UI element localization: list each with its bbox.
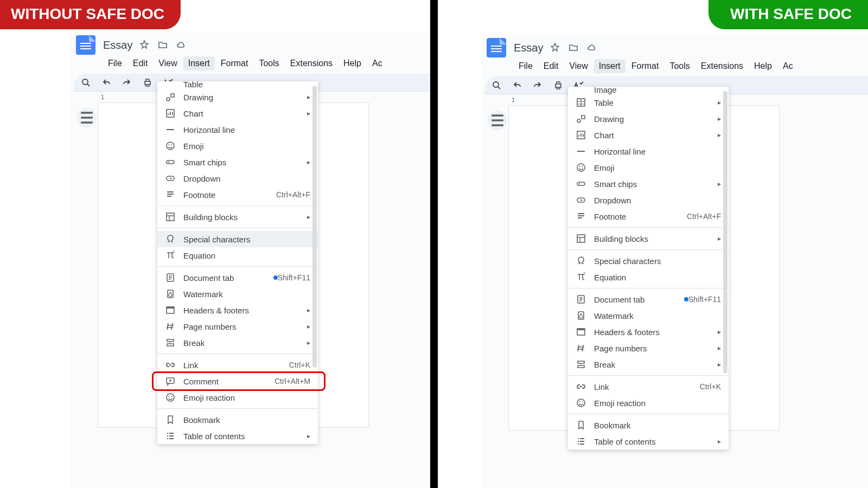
table-icon — [576, 97, 586, 108]
menu-item-emoji-reaction[interactable]: Emoji reaction — [157, 389, 318, 406]
menu-item-bookmark[interactable]: Bookmark — [157, 412, 318, 428]
menu-view[interactable]: View — [154, 56, 182, 70]
menu-item-table[interactable]: Table▸ — [568, 94, 729, 111]
document-title[interactable]: Essay — [103, 39, 132, 52]
menu-item-drawing[interactable]: Drawing▸ — [157, 89, 318, 105]
menu-tools[interactable]: Tools — [254, 56, 284, 70]
menu-item-dropdown[interactable]: Dropdown — [157, 170, 318, 187]
menu-item-break[interactable]: Break▸ — [568, 356, 729, 373]
menu-item-emoji-reaction[interactable]: Emoji reaction — [568, 395, 729, 411]
menu-item-special-characters[interactable]: Special characters — [157, 231, 318, 247]
menu-item-link[interactable]: LinkCtrl+K — [568, 378, 729, 395]
menu-item-label: Page numbers — [594, 344, 718, 353]
menu-view[interactable]: View — [564, 59, 592, 73]
break-icon — [576, 359, 586, 370]
outline-toggle-icon[interactable] — [488, 111, 507, 130]
menu-item-link[interactable]: LinkCtrl+K — [157, 357, 318, 373]
move-folder-icon[interactable] — [568, 42, 579, 53]
submenu-arrow-icon: ▸ — [718, 235, 721, 242]
menu-insert[interactable]: Insert — [594, 59, 626, 73]
menu-item-label: Page numbers — [183, 322, 307, 331]
menu-file[interactable]: File — [103, 56, 127, 70]
search-icon[interactable] — [491, 80, 502, 91]
menu-item-page-numbers[interactable]: Page numbers▸ — [157, 318, 318, 335]
menu-item-table-of-contents[interactable]: Table of contents▸ — [157, 428, 318, 444]
menu-item-table-of-contents[interactable]: Table of contents▸ — [568, 433, 729, 450]
undo-icon[interactable] — [101, 77, 112, 88]
print-icon[interactable] — [553, 80, 564, 91]
scrollbar[interactable] — [723, 91, 727, 373]
redo-icon[interactable] — [122, 77, 132, 88]
menu-bar: FileEditViewInsertFormatToolsExtensionsH… — [71, 54, 430, 74]
menu-item-label: Footnote — [183, 190, 276, 200]
menu-item-page-numbers[interactable]: Page numbers▸ — [568, 340, 729, 356]
menu-item-smart-chips[interactable]: Smart chips▸ — [157, 154, 318, 170]
outline-toggle-icon[interactable] — [77, 108, 97, 127]
menu-item-truncated[interactable]: Table — [157, 81, 318, 89]
menu-item-label: Emoji reaction — [594, 399, 721, 408]
chart-icon — [165, 108, 176, 119]
menu-file[interactable]: File — [514, 59, 538, 73]
menu-item-break[interactable]: Break▸ — [157, 335, 318, 351]
menu-item-equation[interactable]: Equation — [157, 247, 318, 264]
menu-separator — [568, 375, 729, 376]
menu-edit[interactable]: Edit — [128, 56, 153, 70]
menu-item-special-characters[interactable]: Special characters — [568, 253, 729, 269]
menu-item-drawing[interactable]: Drawing▸ — [568, 111, 729, 127]
menu-item-emoji[interactable]: Emoji — [157, 138, 318, 154]
menu-item-bookmark[interactable]: Bookmark — [568, 417, 729, 433]
star-icon[interactable] — [550, 42, 560, 53]
search-icon[interactable] — [80, 77, 91, 88]
toc-icon — [576, 436, 586, 447]
menu-item-watermark[interactable]: Watermark — [568, 307, 729, 324]
docs-logo-icon[interactable] — [487, 38, 506, 57]
menu-item-building-blocks[interactable]: Building blocks▸ — [568, 230, 729, 247]
docs-logo-icon[interactable] — [76, 35, 95, 55]
menu-item-document-tab[interactable]: Document tabShift+F11 — [157, 269, 318, 286]
menu-edit[interactable]: Edit — [539, 59, 564, 73]
omega-icon — [165, 234, 176, 245]
menu-item-headers-footers[interactable]: Headers & footers▸ — [157, 302, 318, 318]
menu-item-watermark[interactable]: Watermark — [157, 286, 318, 302]
document-title[interactable]: Essay — [514, 42, 543, 54]
star-icon[interactable] — [139, 40, 150, 50]
menu-format[interactable]: Format — [627, 59, 664, 73]
undo-icon[interactable] — [512, 80, 522, 91]
menu-item-document-tab[interactable]: Document tabShift+F11 — [568, 291, 729, 307]
menu-item-equation[interactable]: Equation — [568, 269, 729, 285]
menu-help[interactable]: Help — [749, 59, 777, 73]
menu-insert[interactable]: Insert — [183, 56, 215, 70]
menu-item-truncated[interactable]: Image — [568, 87, 729, 94]
emoji-icon — [165, 392, 176, 403]
cloud-status-icon[interactable] — [586, 42, 597, 53]
menu-format[interactable]: Format — [216, 56, 253, 70]
menu-item-horizontal-line[interactable]: Horizontal line — [568, 143, 729, 159]
menu-item-building-blocks[interactable]: Building blocks▸ — [157, 209, 318, 225]
menu-item-headers-footers[interactable]: Headers & footers▸ — [568, 324, 729, 340]
menu-item-footnote[interactable]: FootnoteCtrl+Alt+F — [157, 187, 318, 203]
cloud-status-icon[interactable] — [176, 40, 187, 50]
menu-extensions[interactable]: Extensions — [285, 56, 337, 70]
menu-item-dropdown[interactable]: Dropdown — [568, 192, 729, 208]
scrollbar[interactable] — [312, 86, 317, 368]
menu-separator — [157, 206, 318, 206]
menu-ac[interactable]: Ac — [778, 59, 798, 73]
menu-item-chart[interactable]: Chart▸ — [568, 127, 729, 143]
redo-icon[interactable] — [532, 80, 543, 91]
menu-item-footnote[interactable]: FootnoteCtrl+Alt+F — [568, 208, 729, 224]
submenu-arrow-icon: ▸ — [718, 328, 721, 336]
menu-tools[interactable]: Tools — [665, 59, 694, 73]
menu-help[interactable]: Help — [339, 56, 366, 70]
menu-item-comment[interactable]: CommentCtrl+Alt+M — [157, 373, 318, 389]
shortcut-label: Ctrl+Alt+F — [276, 190, 310, 199]
menu-item-chart[interactable]: Chart▸ — [157, 105, 318, 121]
menu-item-smart-chips[interactable]: Smart chips▸ — [568, 176, 729, 192]
menu-item-emoji[interactable]: Emoji — [568, 159, 729, 176]
move-folder-icon[interactable] — [157, 40, 168, 50]
menu-ac[interactable]: Ac — [367, 56, 387, 70]
submenu-arrow-icon: ▸ — [718, 180, 721, 188]
menu-item-horizontal-line[interactable]: Horizontal line — [157, 121, 318, 138]
print-icon[interactable] — [142, 77, 153, 88]
watermark-icon — [165, 288, 176, 299]
menu-extensions[interactable]: Extensions — [696, 59, 748, 73]
